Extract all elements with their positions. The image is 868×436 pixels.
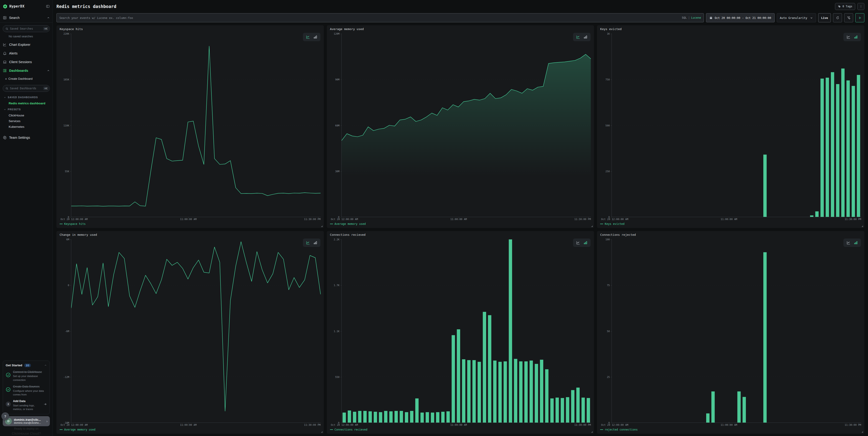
query-language-toggle[interactable]: SQL|Lucene — [682, 16, 701, 19]
event-search-input[interactable] — [59, 16, 680, 20]
create-dashboard-button[interactable]: + Create Dashboard — [3, 75, 50, 82]
chart-canvas[interactable] — [71, 34, 321, 217]
get-started-header[interactable]: Get Started 2/3 — [6, 364, 47, 367]
line-chart-icon — [3, 42, 7, 47]
sidebar-item-redis-dashboard[interactable]: Redis metrics dashboard — [3, 100, 50, 106]
sidebar-item-search[interactable]: Search — [3, 13, 50, 22]
y-axis-tick — [340, 331, 341, 331]
plot-area: 030M60M90M120M — [330, 32, 591, 217]
sidebar-item-team-settings[interactable]: Team Settings — [3, 133, 50, 142]
sidebar-item-client-sessions[interactable]: Client Sessions — [3, 58, 50, 66]
get-started-step-connect[interactable]: Connect to ClickHouse Set up your databa… — [6, 370, 47, 382]
hyperdx-logo-icon — [3, 4, 7, 9]
saved-dashboards-section[interactable]: SAVED DASHBOARDS — [3, 94, 50, 100]
bar-chart-icon[interactable] — [313, 240, 317, 245]
y-axis-tick — [611, 331, 612, 331]
chart-legend[interactable]: rejected connections — [600, 427, 861, 432]
dashboards-icon — [3, 68, 7, 73]
y-axis-label: 30M — [330, 170, 340, 173]
line-chart-icon[interactable] — [576, 35, 580, 39]
saved-searches-field[interactable] — [10, 27, 42, 30]
chart-canvas[interactable] — [341, 34, 591, 217]
y-axis-label: 100 — [600, 238, 610, 241]
presets-section[interactable]: PRESETS — [3, 106, 50, 113]
calendar-icon — [709, 16, 713, 19]
page-header: Redis metrics dashboard 0 Tags — [57, 0, 864, 13]
run-query-button[interactable] — [855, 13, 864, 22]
x-axis: Oct 20 12:00:00 AM11:00:00 AM11:30:00 PM — [71, 423, 321, 427]
sidebar-item-alerts[interactable]: Alerts — [3, 49, 50, 58]
resize-handle[interactable] — [861, 431, 863, 433]
line-chart-icon[interactable] — [846, 240, 851, 245]
bar-chart-icon[interactable] — [854, 240, 858, 245]
chevron-up-icon — [47, 17, 50, 19]
y-axis-tick — [611, 125, 612, 126]
y-axis-tick — [70, 331, 71, 331]
sidebar-item-clickhouse-preset[interactable]: ClickHouse — [3, 113, 50, 118]
refresh-button[interactable] — [833, 13, 842, 22]
saved-searches-input[interactable]: ⌘K — [3, 25, 50, 32]
line-chart-icon[interactable] — [306, 240, 310, 245]
lucene-option[interactable]: Lucene — [691, 16, 701, 19]
chart-mode-toggle — [303, 238, 320, 247]
chart-canvas[interactable] — [341, 239, 591, 423]
line-chart-icon[interactable] — [306, 35, 310, 39]
user-name: dominic.tran@clic... — [14, 418, 41, 422]
chart-legend[interactable]: Average memory used — [330, 221, 591, 227]
chart-legend[interactable]: Keyspace hits — [60, 221, 321, 227]
sidebar-item-kubernetes-preset[interactable]: Kubernetes — [3, 124, 50, 129]
collapse-sidebar-button[interactable] — [46, 4, 50, 8]
x-axis: Oct 20 12:00:00 AM11:00:00 AM11:30:00 PM — [341, 423, 591, 427]
y-axis-label: 550 — [330, 376, 340, 378]
x-axis-label: 11:00:00 AM — [451, 218, 467, 221]
resize-handle[interactable] — [861, 225, 863, 227]
chart-canvas[interactable] — [612, 34, 861, 217]
y-axis-tick — [340, 125, 341, 126]
y-axis-tick — [340, 34, 341, 34]
plot-area: -18M-12M-6M06M — [60, 238, 321, 423]
sql-option[interactable]: SQL — [682, 16, 687, 19]
chart-title: Average memory used — [330, 27, 591, 32]
saved-dashboards-field[interactable] — [10, 87, 42, 90]
sidebar-item-dashboards[interactable]: Dashboards — [3, 66, 50, 75]
bar-chart-icon[interactable] — [583, 240, 588, 245]
sidebar-item-chart-explorer[interactable]: Chart Explorer — [3, 40, 50, 49]
y-axis-label: 55K — [60, 170, 69, 173]
bar-chart-icon[interactable] — [313, 35, 317, 39]
chart-legend[interactable]: Keys evicted — [600, 221, 861, 227]
charts-grid: Keyspace hits 055K110K165K220K Oct 20 12… — [57, 25, 864, 434]
bar-chart-icon[interactable] — [854, 35, 858, 39]
y-axis-label: 220K — [60, 32, 69, 35]
chart-title: Connections recieved — [330, 233, 591, 238]
chart-legend[interactable]: Average memory used — [60, 427, 321, 432]
line-chart-icon[interactable] — [846, 35, 851, 39]
granularity-select[interactable]: Auto Granularity — [777, 13, 816, 22]
chart-canvas[interactable] — [612, 239, 861, 423]
resize-handle[interactable] — [591, 431, 593, 433]
chart-canvas[interactable] — [71, 239, 321, 423]
chart-mode-toggle — [573, 33, 591, 41]
shortcut-badge: ⌘K — [43, 87, 49, 90]
filter-button[interactable] — [844, 13, 853, 22]
tags-button[interactable]: 0 Tags — [835, 3, 855, 10]
user-menu[interactable]: D dominic.tran@clic... dominic.tran@clic… — [3, 416, 50, 426]
date-range-picker[interactable]: Oct 20 00:00:00 - Oct 21 00:00:00 — [706, 13, 774, 22]
live-button[interactable]: Live — [818, 13, 831, 22]
get-started-step-add-data[interactable]: 3 Add Data Start sending logs, metrics, … — [6, 399, 47, 411]
bar-chart-icon[interactable] — [583, 35, 588, 39]
check-circle-icon — [6, 387, 11, 392]
help-button[interactable]: ? — [1, 412, 9, 420]
sidebar-item-services-preset[interactable]: Services — [3, 118, 50, 124]
chart-panel-keyspace-hits: Keyspace hits 055K110K165K220K Oct 20 12… — [57, 25, 324, 228]
chart-mode-toggle — [573, 238, 591, 247]
resize-handle[interactable] — [321, 431, 323, 433]
saved-dashboards-input[interactable]: ⌘K — [3, 85, 50, 92]
get-started-step-sources[interactable]: Create Data Sources Configure where your… — [6, 385, 47, 396]
resize-handle[interactable] — [321, 225, 323, 227]
resize-handle[interactable] — [591, 225, 593, 227]
chart-legend[interactable]: Connections recieved — [330, 427, 591, 432]
x-axis-label: Oct 20 12:00:00 AM — [331, 424, 358, 427]
event-search-box[interactable]: SQL|Lucene — [57, 13, 704, 22]
dashboard-menu-button[interactable] — [857, 3, 864, 10]
line-chart-icon[interactable] — [576, 240, 580, 245]
